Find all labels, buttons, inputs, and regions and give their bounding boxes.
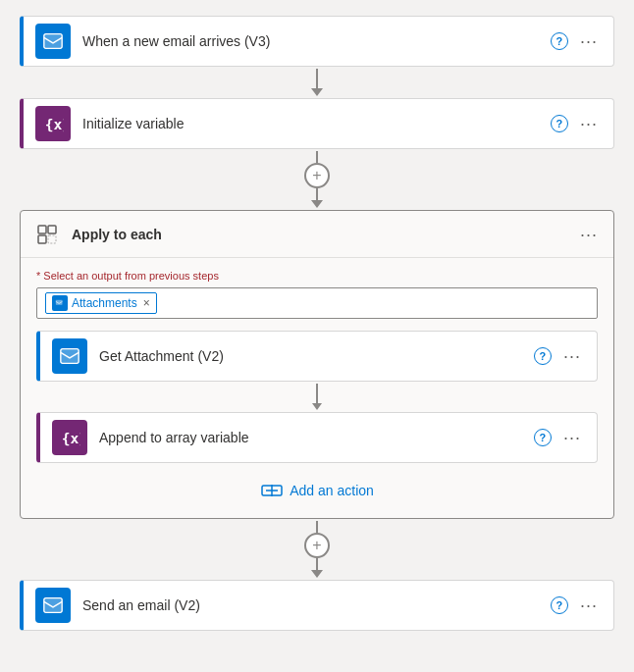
append-variable-help[interactable]: ?: [534, 429, 552, 446]
init-variable-menu[interactable]: ···: [576, 113, 602, 134]
email-trigger-actions: ? ···: [551, 30, 602, 52]
apply-each-menu[interactable]: ···: [576, 224, 602, 245]
svg-rect-5: [38, 235, 46, 243]
plus-connector-2-line-top: [316, 521, 318, 533]
append-variable-card: {x} Append to array variable ? ···: [36, 412, 598, 463]
email-trigger-label: When a new email arrives (V3): [82, 33, 551, 49]
attachment-tag-icon: [52, 295, 68, 311]
email-trigger-menu[interactable]: ···: [576, 30, 602, 52]
connector-arrow-1: [311, 88, 323, 96]
plus-connector-2: +: [304, 521, 330, 578]
email-trigger-card: When a new email arrives (V3) ? ···: [20, 16, 614, 67]
plus-connector-line-bottom: [316, 188, 318, 200]
get-attachment-help[interactable]: ?: [534, 347, 552, 365]
variable-icon-append: {x}: [52, 420, 87, 455]
init-variable-label: Initialize variable: [82, 116, 551, 131]
svg-rect-0: [44, 34, 62, 49]
attachment-tag-close[interactable]: ×: [143, 296, 150, 310]
init-variable-help[interactable]: ?: [551, 115, 568, 132]
svg-text:{x}: {x}: [45, 116, 64, 132]
get-attachment-card: Get Attachment (V2) ? ···: [36, 331, 598, 382]
plus-connector-line-top: [316, 151, 318, 163]
append-variable-actions: ? ···: [534, 427, 585, 448]
plus-button-2[interactable]: +: [304, 533, 330, 558]
apply-each-header: Apply to each ···: [21, 211, 613, 258]
connector-line-1: [316, 69, 318, 88]
inner-connector-line: [316, 384, 318, 403]
send-email-label: Send an email (V2): [82, 597, 551, 613]
svg-rect-6: [48, 235, 56, 243]
add-action-button[interactable]: Add an action: [260, 479, 374, 502]
select-output-label: * Select an output from previous steps: [36, 270, 598, 282]
email-trigger-help[interactable]: ?: [551, 32, 568, 50]
send-email-card: Send an email (V2) ? ···: [20, 580, 614, 631]
flow-container: When a new email arrives (V3) ? ··· {x} …: [20, 16, 614, 631]
send-email-menu[interactable]: ···: [576, 594, 602, 616]
append-variable-menu[interactable]: ···: [559, 427, 585, 448]
apply-each-icon: [32, 220, 62, 249]
init-variable-actions: ? ···: [551, 113, 602, 134]
plus-button-1[interactable]: +: [304, 163, 330, 188]
svg-rect-4: [48, 226, 56, 233]
get-attachment-label: Get Attachment (V2): [99, 348, 534, 364]
svg-rect-8: [61, 349, 79, 364]
plus-connector-arrow: [311, 200, 323, 208]
append-variable-label: Append to array variable: [99, 430, 534, 445]
init-variable-card: {x} Initialize variable ? ···: [20, 98, 614, 149]
send-email-help[interactable]: ?: [551, 596, 568, 614]
apply-each-body: * Select an output from previous steps A…: [21, 258, 613, 319]
get-attachment-menu[interactable]: ···: [559, 345, 585, 367]
send-email-actions: ? ···: [551, 594, 602, 616]
attachment-tag-label: Attachments: [72, 296, 137, 310]
svg-rect-14: [44, 598, 62, 613]
connector-1: [311, 69, 323, 96]
plus-connector-1: +: [304, 151, 330, 208]
inner-connector-arrow: [312, 403, 322, 410]
apply-each-title: Apply to each: [72, 227, 576, 242]
svg-rect-3: [38, 226, 46, 233]
add-action-label: Add an action: [290, 483, 374, 498]
inner-steps: Get Attachment (V2) ? ··· {x} Append to: [21, 331, 613, 502]
plus-connector-2-line-bottom: [316, 558, 318, 570]
svg-text:{x}: {x}: [62, 430, 80, 446]
apply-each-container: Apply to each ··· * Select an output fro…: [20, 210, 614, 519]
plus-connector-2-arrow: [311, 570, 323, 578]
attachments-field[interactable]: Attachments ×: [36, 287, 598, 319]
inner-connector-1: [312, 384, 322, 410]
get-attachment-actions: ? ···: [534, 345, 585, 367]
add-action-inner: Add an action: [260, 479, 374, 502]
variable-icon-init: {x}: [35, 106, 71, 141]
outlook-icon-trigger: [35, 24, 71, 59]
outlook-icon-attachment: [52, 338, 87, 374]
attachment-tag: Attachments ×: [45, 292, 157, 314]
outlook-icon-send: [35, 588, 71, 623]
add-action-icon: [260, 479, 284, 502]
